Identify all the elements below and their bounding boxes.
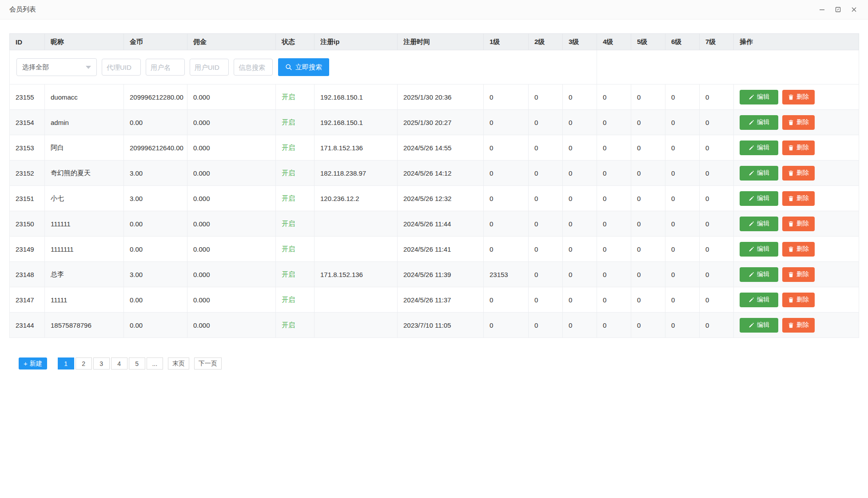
edit-button[interactable]: 编辑 [740,191,778,206]
filter-cell: 选择全部 立即搜索 [10,50,597,84]
cell-level-6: 0 [665,287,700,313]
cell-status: 开启 [276,84,315,110]
page-button-2[interactable]: 2 [76,357,92,369]
delete-button[interactable]: 删除 [782,217,815,231]
cell-id: 23149 [10,237,45,262]
cell-level-7: 0 [700,313,734,338]
cell-level-5: 0 [631,135,665,161]
delete-button-label: 删除 [796,118,809,126]
cell-level-4: 0 [597,84,631,110]
cell-level-6: 0 [665,186,700,211]
maximize-button[interactable] [830,1,846,19]
cell-nickname: 11111 [45,287,124,313]
delete-button[interactable]: 删除 [782,191,815,206]
delete-button[interactable]: 删除 [782,318,815,333]
agent-uid-input[interactable] [102,59,141,76]
cell-gold: 0.00 [124,287,187,313]
delete-button-label: 删除 [796,169,809,177]
cell-id: 23154 [10,110,45,135]
cell-commission: 0.000 [187,211,276,237]
status-filter-select[interactable]: 选择全部 [16,58,97,76]
table-row: 23153阿白209996212640.000.000开启171.8.152.1… [10,135,859,161]
cell-level-5: 0 [631,110,665,135]
cell-id: 23150 [10,211,45,237]
minimize-button[interactable] [814,1,830,19]
delete-button[interactable]: 删除 [782,115,815,130]
filter-row: 选择全部 立即搜索 [10,50,859,84]
status-badge: 开启 [282,296,295,303]
cell-status: 开启 [276,211,315,237]
close-button[interactable] [846,1,862,19]
maximize-icon [835,6,841,13]
cell-level-1: 0 [484,211,529,237]
edit-button[interactable]: 编辑 [740,242,778,257]
cell-reg-time: 2024/5/26 11:39 [398,262,484,287]
cell-actions: 编辑删除 [734,161,859,186]
page-button-...[interactable]: ... [147,357,163,369]
delete-button[interactable]: 删除 [782,293,815,307]
username-input[interactable] [146,59,185,76]
search-button[interactable]: 立即搜索 [278,58,329,76]
delete-button[interactable]: 删除 [782,267,815,282]
cell-nickname: 111111 [45,211,124,237]
cell-gold: 209996212280.00 [124,84,187,110]
cell-commission: 0.000 [187,135,276,161]
delete-button-label: 删除 [796,194,809,202]
new-button[interactable]: + 新建 [19,357,47,369]
cell-actions: 编辑删除 [734,313,859,338]
trash-icon [788,246,794,252]
cell-status: 开启 [276,262,315,287]
edit-button[interactable]: 编辑 [740,166,778,181]
info-search-input[interactable] [234,59,273,76]
cell-level-3: 0 [563,313,597,338]
cell-level-5: 0 [631,287,665,313]
edit-button[interactable]: 编辑 [740,318,778,333]
cell-level-1: 0 [484,135,529,161]
last-page-button[interactable]: 末页 [168,357,189,369]
edit-button[interactable]: 编辑 [740,267,778,282]
delete-button-label: 删除 [796,220,809,228]
next-page-button[interactable]: 下一页 [194,357,222,369]
cell-commission: 0.000 [187,186,276,211]
cell-level-5: 0 [631,211,665,237]
cell-level-4: 0 [597,237,631,262]
cell-status: 开启 [276,186,315,211]
cell-level-5: 0 [631,161,665,186]
cell-gold: 0.00 [124,211,187,237]
edit-button-label: 编辑 [757,296,769,304]
cell-reg-time: 2025/1/30 20:27 [398,110,484,135]
page-button-5[interactable]: 5 [129,357,145,369]
pencil-icon [749,94,754,100]
delete-button[interactable]: 删除 [782,166,815,181]
cell-level-6: 0 [665,262,700,287]
cell-level-3: 0 [563,287,597,313]
edit-button[interactable]: 编辑 [740,90,778,104]
trash-icon [788,145,794,151]
page-button-1[interactable]: 1 [58,357,74,369]
edit-button[interactable]: 编辑 [740,293,778,307]
cell-level-3: 0 [563,135,597,161]
cell-level-4: 0 [597,262,631,287]
cell-id: 23144 [10,313,45,338]
table-row: 23144185758787960.000.000开启2023/7/10 11:… [10,313,859,338]
edit-button[interactable]: 编辑 [740,141,778,155]
edit-button[interactable]: 编辑 [740,217,778,231]
cell-reg-time: 2023/7/10 11:05 [398,313,484,338]
table-row: 23151小七3.000.000开启120.236.12.22024/5/26 … [10,186,859,211]
user-uid-input[interactable] [190,59,229,76]
cell-nickname: 小七 [45,186,124,211]
search-icon [285,64,292,71]
table-row: 23155duomacc209996212280.000.000开启192.16… [10,84,859,110]
trash-icon [788,272,794,277]
table-row: 23148总李3.000.000开启171.8.152.1362024/5/26… [10,262,859,287]
delete-button[interactable]: 删除 [782,242,815,257]
delete-button[interactable]: 删除 [782,141,815,155]
page-button-4[interactable]: 4 [111,357,127,369]
cell-commission: 0.000 [187,262,276,287]
cell-reg-time: 2024/5/26 11:37 [398,287,484,313]
page-button-3[interactable]: 3 [93,357,110,369]
cell-status: 开启 [276,135,315,161]
edit-button[interactable]: 编辑 [740,115,778,130]
delete-button[interactable]: 删除 [782,90,815,104]
cell-level-5: 0 [631,186,665,211]
